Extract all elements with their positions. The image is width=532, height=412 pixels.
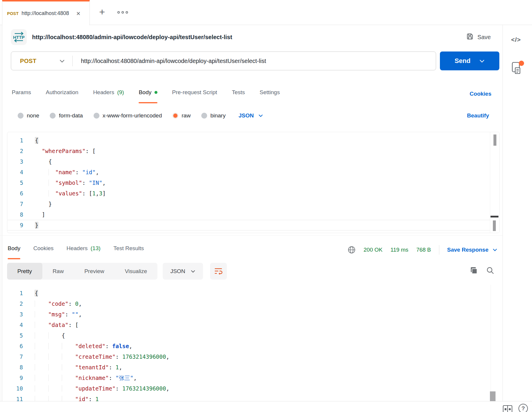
tab-options-icon[interactable] [116,6,129,18]
line-number: 7 [7,199,30,209]
send-label: Send [455,57,471,65]
code-content: "updateTime": 1763214396000, [30,383,169,394]
request-tabs: Params Authorization Headers(9) Body Pre… [12,89,280,103]
tab-tests[interactable]: Tests [232,89,245,103]
body-modified-dot [154,91,157,94]
response-language-dropdown[interactable]: JSON [163,263,203,280]
save-response-button[interactable]: Save Response [447,247,497,253]
beautify-link[interactable]: Beautify [467,112,489,119]
radio-icon[interactable] [18,113,24,119]
code-content: } [30,220,38,230]
scroll-cursor-marker [491,216,498,217]
response-tab-body[interactable]: Body [8,245,20,259]
save-button[interactable]: Save [466,33,491,42]
view-pretty[interactable]: Pretty [7,263,42,280]
request-header: HTTP http://localhost:48080/admin-api/lo… [2,25,503,49]
line-number: 1 [7,135,30,146]
url-field[interactable]: http://localhost:48080/admin-api/lowcode… [73,58,266,64]
code-line-1: 1{ [7,135,499,146]
scrollbar-thumb[interactable] [493,220,496,231]
code-content: { [30,288,38,298]
radio-selected-icon[interactable] [172,113,178,119]
response-tab-cookies[interactable]: Cookies [33,245,54,259]
body-type-binary[interactable]: binary [201,112,226,119]
status-badge[interactable]: 200 OK [364,247,383,253]
search-icon[interactable] [486,266,494,275]
code-line-8: 8 "tenantId": 1, [7,362,496,373]
wrap-lines-button[interactable] [210,263,227,280]
scrollbar-thumb[interactable] [493,134,496,146]
response-size[interactable]: 768 B [416,247,431,253]
radio-icon[interactable] [50,113,56,119]
code-content: { [30,330,65,341]
request-body-editor[interactable]: 1{2 "whereParams": [3 {4 "name": "id",5 … [7,132,500,233]
line-number: 2 [7,298,30,309]
radio-label: x-www-form-urlencoded [103,112,162,119]
response-time[interactable]: 119 ms [390,247,408,253]
tab-headers[interactable]: Headers(9) [93,89,124,103]
language-label: JSON [170,268,185,275]
radio-label: form-data [59,112,83,119]
response-body-editor[interactable]: 1{2 "code": 0,3 "msg": "",4 "data": [5 {… [7,285,496,401]
line-number: 11 [7,394,30,401]
code-line-6: 6 "values": [1,3] [7,188,499,199]
globe-icon[interactable] [348,246,356,254]
tab-body[interactable]: Body [139,89,157,103]
code-content: } [30,199,52,209]
right-sidebar: </> [503,25,532,401]
collapsed-sidebar-edge [0,25,2,401]
two-pane-layout-icon[interactable] [503,405,513,412]
language-label: JSON [239,112,254,119]
code-content: "id": 1 [30,394,99,401]
request-tab[interactable]: POST http://localhost:4808 × [2,0,90,25]
cookies-link[interactable]: Cookies [470,91,491,97]
radio-label: binary [210,112,226,119]
view-raw[interactable]: Raw [42,263,74,280]
radio-icon[interactable] [201,113,207,119]
view-visualize[interactable]: Visualize [114,263,157,280]
close-tab-icon[interactable]: × [76,10,80,17]
send-button[interactable]: Send [440,51,499,70]
line-number: 9 [7,220,30,230]
body-type-form-data[interactable]: form-data [50,112,83,119]
tab-label: Pre-request Script [172,89,217,96]
code-line-5: 5 { [7,330,496,341]
line-number: 6 [7,341,30,351]
copy-icon[interactable] [470,266,478,275]
documentation-icon[interactable] [511,62,523,75]
tab-label: Settings [260,89,280,96]
code-snippet-icon[interactable]: </> [511,36,521,43]
tab-label: Body [8,245,20,252]
tab-settings[interactable]: Settings [260,89,280,103]
new-tab-button[interactable]: + [96,5,109,18]
response-tab-headers[interactable]: Headers(13) [66,245,101,259]
notification-dot [519,61,524,66]
response-code: 1{2 "code": 0,3 "msg": "",4 "data": [5 {… [7,285,496,401]
request-editor-scrollbar[interactable] [490,132,499,233]
radio-icon[interactable] [94,113,99,119]
tab-label: Params [12,89,31,96]
tab-authorization[interactable]: Authorization [46,89,78,103]
code-line-1: 1{ [7,288,496,298]
tab-params[interactable]: Params [12,89,31,103]
view-preview[interactable]: Preview [74,263,115,280]
line-number: 2 [7,146,30,156]
help-icon[interactable]: ? [518,404,528,412]
send-options-chevron-icon[interactable] [479,59,485,63]
body-type-none[interactable]: none [18,112,39,119]
method-dropdown[interactable]: POST [11,58,72,64]
code-content: "symbol": "IN", [30,177,106,188]
body-type-raw[interactable]: raw [172,112,191,119]
scrollbar-thumb[interactable] [490,391,496,401]
line-number: 3 [7,156,30,167]
request-code: 1{2 "whereParams": [3 {4 "name": "id",5 … [7,132,499,230]
body-type-urlencoded[interactable]: x-www-form-urlencoded [94,112,162,119]
response-tab-test-results[interactable]: Test Results [114,245,144,259]
tab-label: Authorization [46,89,78,96]
raw-language-dropdown[interactable]: JSON [239,112,263,119]
pane-splitter[interactable] [0,235,503,236]
code-line-2: 2 "code": 0, [7,298,496,309]
tab-pre-request-script[interactable]: Pre-request Script [172,89,217,103]
code-content: "createTime": 1763214396000, [30,351,169,362]
code-content: "tenantId": 1, [30,362,122,373]
